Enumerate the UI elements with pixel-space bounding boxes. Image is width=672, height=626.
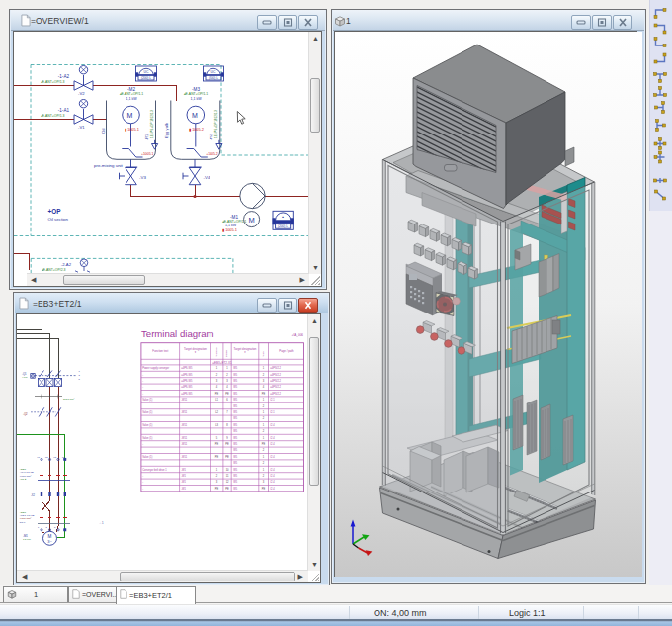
svg-text:3: 3	[54, 526, 56, 528]
svg-text:W5: W5	[233, 461, 237, 465]
svg-text:3x2,5 mm²: 3x2,5 mm²	[63, 398, 74, 401]
svg-text:2: 2	[263, 404, 265, 408]
svg-text:PE: PE	[262, 392, 266, 396]
svg-text:4: 4	[226, 385, 228, 389]
svg-text:-W1: -W1	[181, 474, 186, 478]
svg-text:9: 9	[226, 436, 228, 440]
svg-text:5: 5	[216, 436, 218, 440]
svg-text:1E3-PS+OP 1812/1.3: 1E3-PS+OP 1812/1.3	[150, 110, 154, 138]
svg-text:-: -	[142, 393, 143, 396]
svg-text:W5: W5	[233, 429, 237, 433]
svg-text:2: 2	[263, 461, 265, 465]
svg-text:W5: W5	[233, 487, 237, 491]
svg-text:4 kW: 4 kW	[22, 376, 28, 379]
svg-text:3~: 3~	[47, 539, 52, 544]
svg-text:/2.1: /2.1	[270, 410, 275, 414]
svg-text:-W11: -W11	[181, 398, 188, 402]
svg-text:-V1: -V1	[78, 125, 85, 130]
svg-text:Valve (1): Valve (1)	[142, 398, 152, 402]
svg-text:3: 3	[216, 379, 218, 383]
svg-text:PE: PE	[225, 442, 229, 446]
svg-text:2: 2	[263, 448, 265, 452]
svg-text:PE: PE	[215, 487, 219, 491]
svg-text:+1005.1: +1005.1	[141, 152, 153, 156]
svg-text:-: -	[142, 380, 143, 383]
svg-text:W5: W5	[233, 379, 237, 383]
svg-text:=4PS-W5: =4PS-W5	[181, 379, 193, 383]
svg-text:4: 4	[216, 385, 218, 389]
svg-text:◂E-ANT+OP/1.1: ◂E-ANT+OP/1.1	[120, 92, 144, 96]
svg-text:◂E-ANT+OP/1.1: ◂E-ANT+OP/1.1	[184, 92, 209, 96]
svg-text:+CA_006: +CA_006	[291, 333, 303, 337]
svg-text:Function text: Function text	[152, 349, 168, 353]
svg-text:11: 11	[226, 474, 229, 478]
svg-text:1: 1	[263, 410, 265, 414]
svg-text:-V3: -V3	[139, 175, 146, 180]
svg-text:Valve (1): Valve (1)	[142, 436, 152, 440]
svg-text:(200) L: (200) L	[278, 224, 288, 228]
svg-text:▮ 1005.1: ▮ 1005.1	[125, 128, 139, 132]
svg-text:=4PS/2.2: =4PS/2.2	[270, 366, 281, 370]
svg-text:PE: PE	[262, 442, 266, 446]
svg-text:2: 2	[263, 429, 265, 433]
svg-text:1: 1	[263, 455, 265, 459]
svg-text:1: 1	[263, 468, 265, 472]
svg-text:W5: W5	[233, 442, 237, 446]
svg-text:+1005.2: +1005.2	[206, 152, 217, 156]
svg-text:-: -	[142, 488, 143, 491]
svg-text:1,5 kW: 1,5 kW	[23, 538, 31, 541]
svg-text:UC: UC	[144, 70, 149, 74]
svg-text:/2.4: /2.4	[270, 455, 275, 459]
svg-text:Egg yolk: Egg yolk	[164, 122, 169, 138]
svg-text:W5: W5	[233, 448, 237, 452]
svg-text:PE: PE	[225, 487, 229, 491]
svg-text:12: 12	[226, 480, 229, 484]
svg-text:PE: PE	[225, 455, 229, 459]
svg-text:-: -	[142, 386, 143, 389]
svg-text:W5: W5	[233, 392, 237, 396]
svg-text:-: -	[142, 481, 143, 484]
svg-text:2: 2	[46, 526, 48, 528]
svg-text:/2.4: /2.4	[270, 480, 275, 484]
svg-text:◂E-ANT+OP/2.3: ◂E-ANT+OP/2.3	[42, 268, 66, 272]
svg-text:W5: W5	[233, 385, 237, 389]
svg-text:-M1: -M1	[23, 534, 28, 538]
svg-text:/2.4: /2.4	[270, 436, 275, 440]
svg-text:-R2: -R2	[210, 134, 213, 140]
svg-text:PE: PE	[215, 392, 219, 396]
svg-text:◂E-ANT+OP/1.3: ◂E-ANT+OP/1.3	[41, 80, 65, 84]
svg-text:1,1 kW: 1,1 kW	[126, 97, 137, 101]
svg-text:-R1: -R1	[145, 134, 149, 140]
svg-text:PE: PE	[215, 442, 219, 446]
svg-text:Page / path: Page / path	[279, 349, 294, 353]
svg-text:M: M	[192, 112, 198, 119]
svg-text:▾: ▾	[195, 350, 197, 354]
svg-text:=4PS/2.2: =4PS/2.2	[270, 379, 281, 383]
svg-text:2: 2	[263, 474, 265, 478]
svg-text:=4PS/2.2: =4PS/2.2	[270, 392, 281, 396]
svg-text:pre-mixing unit: pre-mixing unit	[94, 163, 124, 168]
svg-text:=4PS-W5: =4PS-W5	[181, 392, 193, 396]
svg-text:(200) L: (200) L	[209, 76, 218, 80]
svg-text:Bridge: Bridge	[225, 349, 228, 357]
svg-text:▲: ▲	[282, 215, 285, 219]
svg-text:W5: W5	[233, 468, 237, 472]
svg-text:PE: PE	[215, 455, 219, 459]
svg-text:W5: W5	[233, 416, 237, 420]
svg-text:5: 5	[79, 378, 81, 380]
svg-text:=EB3+ET2-X1: =EB3+ET2-X1	[212, 361, 232, 365]
svg-text:/2.4: /2.4	[270, 487, 275, 491]
svg-text:1,1 kW: 1,1 kW	[190, 97, 202, 101]
svg-text:1: 1	[263, 366, 265, 370]
svg-text:W5: W5	[233, 423, 237, 427]
svg-text:W5: W5	[233, 373, 237, 377]
svg-text:/2.4: /2.4	[270, 442, 275, 446]
svg-text:W5: W5	[233, 455, 237, 459]
svg-text:/2.1: /2.1	[270, 398, 275, 402]
svg-text:=4PS-W5: =4PS-W5	[181, 373, 193, 377]
svg-text:PE: PE	[262, 487, 266, 491]
svg-text:GN 1: GN 1	[20, 521, 26, 524]
svg-text:=4PS/2.2: =4PS/2.2	[270, 385, 281, 389]
svg-text:2: 2	[216, 373, 218, 377]
svg-text:Terminal: Terminal	[215, 347, 218, 357]
